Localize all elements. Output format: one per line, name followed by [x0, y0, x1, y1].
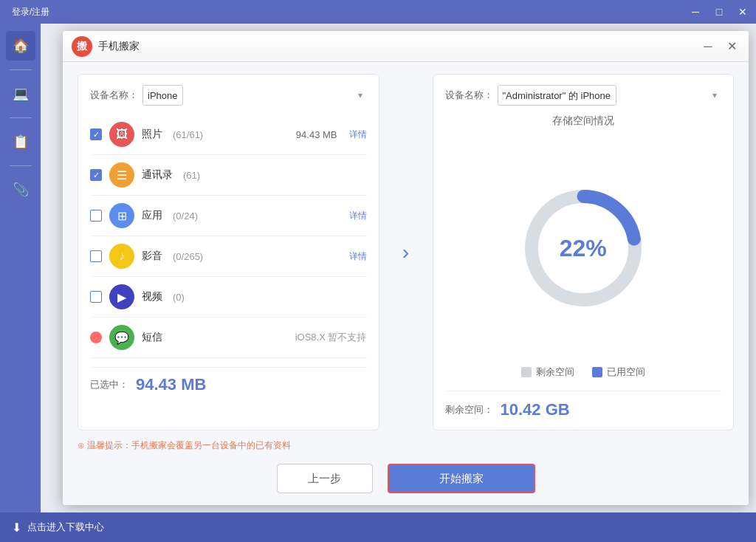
- panels-row: 设备名称： iPhone 🖼 照片 (6: [78, 74, 734, 430]
- legend-item-free: 剩余空间: [521, 366, 574, 379]
- video-count: (0): [173, 292, 185, 303]
- outer-maximize-btn[interactable]: □: [712, 4, 726, 19]
- sidebar-item-device[interactable]: 💻: [6, 79, 35, 109]
- checkbox-video[interactable]: [90, 291, 102, 303]
- inner-minimize-btn[interactable]: ─: [700, 38, 716, 55]
- start-button[interactable]: 开始搬家: [388, 464, 535, 493]
- donut-percent: 22%: [560, 235, 607, 261]
- legend-label-free: 剩余空间: [536, 366, 574, 379]
- left-device-label: 设备名称：: [90, 89, 138, 102]
- photos-icon: 🖼: [109, 122, 134, 147]
- photos-count: (61/61): [173, 129, 203, 140]
- back-button[interactable]: 上一步: [277, 464, 373, 493]
- sidebar-item-more[interactable]: 📎: [6, 175, 35, 205]
- contacts-icon: ☰: [109, 162, 134, 188]
- inner-titlebar-controls: ─ ✕: [700, 38, 740, 55]
- right-device-header: 设备名称： "Administrator" 的 iPhone: [445, 85, 722, 106]
- sms-icon: 💬: [109, 325, 134, 350]
- legend-dot-used: [592, 367, 602, 377]
- music-name: 影音: [142, 250, 162, 263]
- sidebar-item-transfer[interactable]: 📋: [6, 127, 35, 157]
- checkbox-contacts[interactable]: [90, 169, 102, 181]
- inner-body: 设备名称： iPhone 🖼 照片 (6: [63, 62, 749, 505]
- right-device-select-wrapper: "Administrator" 的 iPhone: [498, 85, 722, 106]
- main-content: 搬 手机搬家 ─ ✕ 设备名称：: [41, 24, 756, 512]
- sidebar-item-home[interactable]: 🏠: [6, 31, 35, 61]
- left-device-select[interactable]: iPhone: [142, 85, 183, 106]
- legend-label-used: 已用空间: [607, 366, 645, 379]
- right-panel: 设备名称： "Administrator" 的 iPhone 存储空间情况: [433, 74, 735, 430]
- donut-center-text: 22%: [560, 235, 607, 262]
- sidebar-divider-1: [10, 69, 32, 70]
- outer-titlebar-text: 登录/注册: [12, 6, 49, 18]
- music-count: (0/265): [173, 251, 203, 262]
- list-item-video: ▶ 视频 (0): [90, 277, 367, 318]
- legend-dot-free: [521, 367, 532, 377]
- inner-title: 手机搬家: [98, 40, 140, 53]
- left-panel: 设备名称： iPhone 🖼 照片 (6: [78, 74, 379, 430]
- photos-size: 94.43 MB: [296, 129, 337, 140]
- checkbox-music[interactable]: [90, 250, 102, 262]
- download-icon: ⬇: [12, 521, 21, 535]
- selected-label: 已选中：: [90, 378, 128, 391]
- warning-text: ⊙ 温馨提示：手机搬家会覆盖另一台设备中的已有资料: [78, 439, 734, 452]
- legend-item-used: 已用空间: [592, 366, 645, 379]
- sidebar-divider-2: [10, 117, 32, 118]
- checkbox-sms: [90, 332, 102, 343]
- music-detail[interactable]: 详情: [349, 250, 367, 263]
- arrow-area: ›: [391, 74, 421, 430]
- bottom-bar-text: 点击进入下载中心: [27, 521, 104, 534]
- chart-legend: 剩余空间 已用空间: [445, 366, 722, 379]
- right-device-label: 设备名称：: [445, 89, 493, 102]
- photos-name: 照片: [142, 128, 162, 141]
- app-logo: 搬: [72, 36, 92, 57]
- sms-unsupported: iOS8.X 暂不支持: [295, 331, 367, 344]
- contacts-name: 通讯录: [142, 168, 173, 182]
- storage-title: 存储空间情况: [445, 114, 722, 128]
- list-item-sms: 💬 短信 iOS8.X 暂不支持: [90, 318, 367, 358]
- selected-value: 94.43 MB: [136, 375, 206, 394]
- apps-count: (0/24): [173, 210, 198, 222]
- free-space-row: 剩余空间： 10.42 GB: [445, 391, 722, 419]
- video-icon: ▶: [109, 284, 134, 309]
- outer-titlebar: 登录/注册 ─ □ ✕: [0, 0, 756, 24]
- sidebar: 🏠 💻 📋 📎: [0, 24, 41, 512]
- apps-detail[interactable]: 详情: [349, 210, 367, 222]
- donut-chart-container: 22%: [445, 140, 722, 357]
- list-item-apps: ⊞ 应用 (0/24) 详情: [90, 196, 367, 236]
- right-device-select[interactable]: "Administrator" 的 iPhone: [498, 85, 616, 106]
- sidebar-divider-3: [10, 165, 32, 166]
- free-space-value: 10.42 GB: [501, 400, 570, 419]
- music-icon: ♪: [109, 244, 134, 269]
- transfer-arrow-icon: ›: [402, 241, 409, 264]
- inner-window: 搬 手机搬家 ─ ✕ 设备名称：: [63, 31, 749, 505]
- left-device-header: 设备名称： iPhone: [90, 85, 367, 106]
- checkbox-photos[interactable]: [90, 128, 102, 140]
- buttons-row: 上一步 开始搬家: [78, 464, 734, 493]
- sms-name: 短信: [142, 331, 162, 344]
- left-device-select-wrapper: iPhone: [142, 85, 367, 106]
- list-item-photos: 🖼 照片 (61/61) 94.43 MB 详情: [90, 114, 367, 155]
- apps-icon: ⊞: [109, 203, 134, 228]
- checkbox-apps[interactable]: [90, 210, 102, 222]
- apps-name: 应用: [142, 209, 162, 222]
- outer-window: 登录/注册 ─ □ ✕ 🏠 💻 📋 📎 搬 手机搬家 ─ ✕: [0, 0, 756, 542]
- inner-titlebar: 搬 手机搬家 ─ ✕: [63, 31, 749, 62]
- outer-minimize-btn[interactable]: ─: [688, 4, 703, 19]
- photos-detail[interactable]: 详情: [349, 128, 367, 141]
- list-item-contacts: ☰ 通讯录 (61): [90, 155, 367, 196]
- outer-close-btn[interactable]: ✕: [735, 4, 750, 19]
- free-space-label: 剩余空间：: [445, 403, 493, 416]
- selected-total-row: 已选中： 94.43 MB: [90, 367, 367, 394]
- contacts-count: (61): [183, 170, 200, 181]
- bottom-bar[interactable]: ⬇ 点击进入下载中心: [0, 512, 756, 542]
- video-name: 视频: [142, 290, 162, 303]
- inner-close-btn[interactable]: ✕: [724, 38, 740, 55]
- list-item-music: ♪ 影音 (0/265) 详情: [90, 236, 367, 277]
